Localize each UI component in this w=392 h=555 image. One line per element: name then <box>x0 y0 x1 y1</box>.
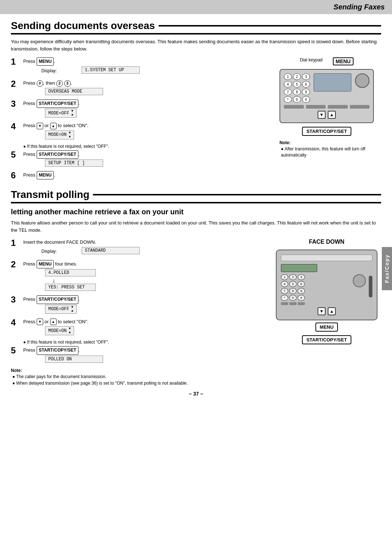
diag2-khash: # <box>298 295 305 301</box>
menu-key-s1[interactable]: MENU <box>37 57 54 66</box>
section1-note: Note: After transmission, this feature w… <box>279 140 374 159</box>
start-copy-set-key-s2s3[interactable]: START/COPY/SET <box>37 295 78 304</box>
section1-diagram: Dial keypad MENU 1 2 3 4 5 6 7 <box>272 57 381 183</box>
section2-steps-wrapper: 1 Insert the document FACE DOWN. Display… <box>11 239 381 387</box>
key-8: 8 <box>293 89 301 95</box>
key-hash: # <box>302 96 310 103</box>
section1-step3: 3 Press START/COPY/SET. MODE=OFF ▼ ▲ <box>11 100 267 119</box>
down-arrow-key-s2[interactable]: ▼ <box>37 319 43 325</box>
section1: Sending documents overseas You may exper… <box>11 20 381 183</box>
display-s1-step4: MODE=ON ▼ ▲ <box>45 130 74 139</box>
diag2-k7: 7 <box>281 288 288 294</box>
start-copy-set-key-s2s5[interactable]: START/COPY/SET <box>37 346 78 355</box>
display-s2-step5: POLLED ON <box>45 356 103 363</box>
menu-label-s2: MENU <box>315 323 338 332</box>
section1-step6: 6 Press MENU. <box>11 171 267 180</box>
diag2-speaker <box>353 274 366 287</box>
main-content: Sending documents overseas You may exper… <box>0 14 392 402</box>
diag2-k0: 0 <box>289 295 297 301</box>
dial-keypad-label: Dial keypad <box>300 57 323 62</box>
diag2-k5: 5 <box>289 281 297 287</box>
face-down-label: FACE DOWN <box>309 239 344 245</box>
section2-note: Note: The caller pays for the document t… <box>11 368 267 387</box>
key-9: 9 <box>302 89 310 95</box>
diag2-k4: 4 <box>281 281 288 287</box>
menu-label-right: MENU <box>333 57 354 65</box>
section1-steps-left: 1 Press MENU. Display: 1.SYSTEM SET UP <box>11 57 267 183</box>
diag2-down-arrow: ▼ <box>318 307 326 315</box>
diag2-k6: 6 <box>298 281 305 287</box>
start-copy-set-key-s1s3[interactable]: START/COPY/SET <box>37 100 78 108</box>
key-star: * <box>284 96 292 103</box>
section1-intro: You may experience difficulty when trans… <box>11 38 381 52</box>
key-5: 5 <box>293 81 301 88</box>
key-7: 7 <box>284 89 292 95</box>
diag-up-arrow: ▲ <box>328 111 336 119</box>
menu-key-s1s6[interactable]: MENU <box>37 171 54 179</box>
key-3[interactable]: 3 <box>64 80 71 87</box>
section1-step4: 4 Press ▼ or ▲ to select "ON". MODE=ON ▼… <box>11 122 267 141</box>
diag2-k8: 8 <box>289 288 297 294</box>
key-4: 4 <box>284 81 292 88</box>
diag2-k9: 9 <box>298 288 305 294</box>
start-copy-set-key-s1s5[interactable]: START/COPY/SET <box>37 150 78 159</box>
key-0: 0 <box>293 96 301 103</box>
section2: Transmit polling letting another machine… <box>11 189 381 387</box>
diag-down-arrow: ▼ <box>318 111 326 119</box>
diag2-up-arrow: ▲ <box>328 307 336 315</box>
key-3-diag: 3 <box>302 73 310 80</box>
menu-key-s2s2[interactable]: MENU <box>37 260 54 268</box>
section2-step3: 3 Press START/COPY/SET. MODE=OFF ▼ ▲ <box>11 295 267 315</box>
diag2-keypad: 1 2 3 4 5 6 7 8 9 * 0 # <box>281 274 305 305</box>
display-s1-step3: MODE=OFF ▼ ▲ <box>45 109 77 118</box>
side-tab: Fax/Copy <box>382 247 392 290</box>
section2-step2: 2 Press MENU four times. 4.POLLED ↓ YES:… <box>11 260 267 292</box>
section1-step2: 2 Press #, then 2 3. OVERSEAS MODE <box>11 80 267 97</box>
section1-step5: 5 Press START/COPY/SET. SETUP ITEM [ ] <box>11 150 267 168</box>
display-s2-step2a: 4.POLLED <box>45 269 96 276</box>
section2-subtitle: letting another machine retrieve a fax o… <box>11 207 381 216</box>
section1-steps-wrapper: 1 Press MENU. Display: 1.SYSTEM SET UP <box>11 57 381 183</box>
section2-step1: 1 Insert the document FACE DOWN. Display… <box>11 239 267 257</box>
page-header: Sending Faxes <box>0 0 392 14</box>
diag2-kstar: * <box>281 295 288 301</box>
display-s1-step1: 1.SYSTEM SET UP <box>82 66 140 74</box>
display-s2-step1: STANDARD <box>82 247 140 254</box>
section2-steps-left: 1 Insert the document FACE DOWN. Display… <box>11 239 267 387</box>
section1-title: Sending documents overseas <box>11 20 381 35</box>
start-copy-set-label-s2: START/COPY/SET <box>302 335 351 344</box>
hash-key[interactable]: # <box>37 80 43 87</box>
section1-bullet-step4: If this feature is not required, select … <box>23 144 267 149</box>
keypad-grid: 1 2 3 4 5 6 7 8 9 * 0 # <box>284 73 310 103</box>
up-arrow-key-s2[interactable]: ▲ <box>50 319 57 325</box>
section2-step4: 4 Press ▼ or ▲ to select "ON". MODE=ON ▼… <box>11 318 267 337</box>
display-s2-step3: MODE=OFF ▼ ▲ <box>45 305 77 314</box>
key-1: 1 <box>284 73 292 80</box>
display-s2-step2b: YES: PRESS SET <box>45 284 96 291</box>
key-2[interactable]: 2 <box>56 80 63 87</box>
display-s1-step5: SETUP ITEM [ ] <box>45 159 103 167</box>
section2-diagram: FACE DOWN 1 2 3 <box>272 239 381 387</box>
page-number: – 37 – <box>11 391 381 397</box>
section2-step5: 5 Press START/COPY/SET. POLLED ON <box>11 346 267 364</box>
header-title: Sending Faxes <box>334 3 385 11</box>
section2-bullet-step4: If this feature is not required, select … <box>23 340 267 345</box>
section2-intro: This feature allows another person to ca… <box>11 219 381 234</box>
key-6: 6 <box>302 81 310 88</box>
key-2-diag: 2 <box>293 73 301 80</box>
display-s2-step4: MODE=ON ▼ ▲ <box>45 326 74 335</box>
diag2-k2: 2 <box>289 274 297 280</box>
section1-step1: 1 Press MENU. Display: 1.SYSTEM SET UP <box>11 57 267 77</box>
up-arrow-key-s1[interactable]: ▲ <box>50 123 57 129</box>
diag2-handset <box>369 276 372 297</box>
display-s1-step2: OVERSEAS MODE <box>45 88 103 95</box>
section2-title: Transmit polling <box>11 189 381 203</box>
diag2-k1: 1 <box>281 274 288 280</box>
diag2-k3: 3 <box>298 274 305 280</box>
down-arrow-key-s1[interactable]: ▼ <box>37 123 43 129</box>
start-copy-set-label: START/COPY/SET <box>302 127 351 136</box>
